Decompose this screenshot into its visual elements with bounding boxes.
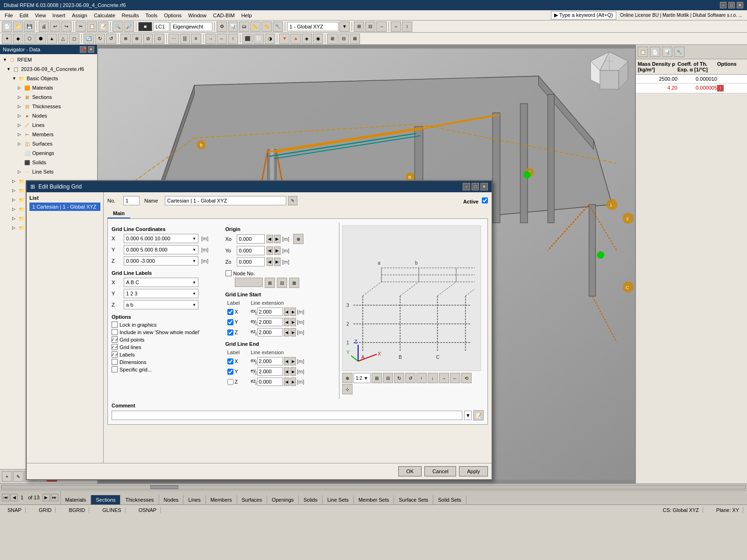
tb-btn-1[interactable]: ✂ xyxy=(76,21,86,32)
tb-btn-16[interactable]: ↔ xyxy=(391,21,401,32)
sx-right[interactable]: ▶ xyxy=(290,308,296,316)
node-no-btn3[interactable]: ⊠ xyxy=(289,278,299,288)
rp-btn-1[interactable]: 📋 xyxy=(638,47,648,57)
zo-input[interactable] xyxy=(237,257,265,266)
tab-lines[interactable]: Lines xyxy=(183,495,205,504)
menu-window[interactable]: Window xyxy=(185,12,209,19)
next-page-btn[interactable]: ▶ xyxy=(42,494,50,501)
cancel-button[interactable]: Cancel xyxy=(424,466,456,476)
prev-btn-3[interactable]: ⊟ xyxy=(383,373,393,383)
prev-btn-11[interactable]: ⊹ xyxy=(342,384,352,394)
tb2-btn-8[interactable]: 🔄 xyxy=(84,34,94,44)
tab-line-sets[interactable]: Line Sets xyxy=(323,495,354,504)
name-edit-btn[interactable]: ✎ xyxy=(288,196,297,205)
tab-member-sets[interactable]: Member Sets xyxy=(354,495,394,504)
comment-input[interactable] xyxy=(112,411,462,420)
tb-btn-9[interactable]: 📐 xyxy=(250,21,261,32)
tb2-btn-30[interactable]: ⊠ xyxy=(350,34,360,44)
prev-btn-4[interactable]: ↻ xyxy=(394,373,404,383)
origin-pick-btn[interactable]: ⊕ xyxy=(293,234,303,244)
end-x-val[interactable] xyxy=(257,357,283,365)
tb-btn-4[interactable]: 🔍 xyxy=(113,21,123,32)
prev-btn-10[interactable]: ⟲ xyxy=(461,373,472,383)
menu-edit[interactable]: Edit xyxy=(17,12,31,19)
tree-thicknesses[interactable]: ▷ ⊟ Thicknesses xyxy=(1,102,96,111)
tb2-btn-20[interactable]: ↑ xyxy=(228,34,238,44)
menu-cad-bim[interactable]: CAD-BIM xyxy=(210,12,237,19)
start-z-val[interactable] xyxy=(257,328,283,336)
tab-members[interactable]: Members xyxy=(206,495,237,504)
menu-insert[interactable]: Insert xyxy=(49,12,68,19)
tab-surface-sets[interactable]: Surface Sets xyxy=(394,495,433,504)
name-input[interactable] xyxy=(165,196,286,205)
yo-left-btn[interactable]: ◀ xyxy=(267,246,273,255)
tb-btn-12[interactable]: ▼ xyxy=(339,21,350,32)
tb-btn-15[interactable]: → xyxy=(376,21,387,32)
tab-thicknesses[interactable]: Thicknesses xyxy=(120,495,159,504)
sx-left[interactable]: ◀ xyxy=(284,308,289,316)
tb-btn-17[interactable]: ↕ xyxy=(402,21,412,32)
prev-btn-6[interactable]: ↑ xyxy=(416,373,427,383)
start-y-val[interactable] xyxy=(257,318,283,326)
tree-rfem[interactable]: ▼ ⬡ RFEM xyxy=(1,55,96,64)
tb2-btn-17[interactable]: ≡ xyxy=(191,34,201,44)
tb2-btn-15[interactable]: ⋯ xyxy=(169,34,179,44)
end-z-val[interactable] xyxy=(257,378,283,386)
tb2-btn-11[interactable]: ⊕ xyxy=(120,34,131,44)
xo-right-btn[interactable]: ▶ xyxy=(274,235,281,243)
tb2-btn-5[interactable]: ▲ xyxy=(47,34,57,44)
rp-btn-3[interactable]: 📊 xyxy=(662,47,672,57)
nav-add-btn[interactable]: + xyxy=(2,471,12,482)
tb2-btn-12[interactable]: ⊗ xyxy=(132,34,142,44)
grid-status[interactable]: GRID xyxy=(35,507,56,513)
h-scrollbar[interactable] xyxy=(0,483,747,490)
labels-cb[interactable]: ✓ xyxy=(112,351,118,357)
ez-left[interactable]: ◀ xyxy=(284,378,289,386)
tree-lines[interactable]: ▷ ／ Lines xyxy=(1,120,96,130)
rp-btn-4[interactable]: 🔧 xyxy=(674,47,684,57)
coord-z-input[interactable]: 0.000 -3.000 ▼ xyxy=(124,256,198,266)
prev-btn-9[interactable]: ← xyxy=(450,373,460,383)
ex-left[interactable]: ◀ xyxy=(284,357,289,365)
print-btn[interactable]: 🖨 xyxy=(39,21,49,32)
tb2-btn-25[interactable]: 🔺 xyxy=(290,34,301,44)
tree-project[interactable]: ▼ 📋 2023-06-09_4_Concrete.rf6 xyxy=(1,64,96,74)
new-btn[interactable]: 📄 xyxy=(2,21,12,32)
tree-openings[interactable]: ⬜ Openings xyxy=(1,148,96,158)
tree-materials[interactable]: ▷ 🟧 Materials xyxy=(1,83,96,92)
rp-btn-2[interactable]: 📄 xyxy=(650,47,660,57)
dimensions-cb[interactable] xyxy=(112,359,118,365)
tb-btn-13[interactable]: ⊞ xyxy=(354,21,364,32)
dialog-close-btn[interactable]: ✕ xyxy=(480,183,488,190)
sy-right[interactable]: ▶ xyxy=(290,318,296,326)
menu-assign[interactable]: Assign xyxy=(69,12,90,19)
yo-input[interactable] xyxy=(237,246,265,255)
tb2-btn-27[interactable]: ◉ xyxy=(313,34,323,44)
bgrid-status[interactable]: BGRID xyxy=(65,507,89,513)
tb-btn-2[interactable]: 📋 xyxy=(87,21,97,32)
tb2-btn-28[interactable]: ⊞ xyxy=(327,34,338,44)
tb2-btn-16[interactable]: ||| xyxy=(180,34,190,44)
node-no-btn2[interactable]: ⊟ xyxy=(277,278,287,288)
last-page-btn[interactable]: ⏭ xyxy=(51,494,58,501)
tab-nodes[interactable]: Nodes xyxy=(159,495,184,504)
ok-button[interactable]: OK xyxy=(398,466,422,476)
sy-left[interactable]: ◀ xyxy=(284,318,289,326)
maximize-btn[interactable]: □ xyxy=(728,2,735,8)
tb2-btn-13[interactable]: ⊘ xyxy=(143,34,153,44)
prev-btn-2[interactable]: ⊞ xyxy=(372,373,382,383)
tb2-btn-29[interactable]: ⊟ xyxy=(338,34,349,44)
start-x-cb[interactable] xyxy=(227,309,233,315)
tab-surfaces[interactable]: Surfaces xyxy=(237,495,267,504)
node-no-btn1[interactable]: ⊞ xyxy=(265,278,275,288)
tb-btn-3[interactable]: 📝 xyxy=(98,21,108,32)
nav-cube[interactable] xyxy=(588,49,630,91)
nav-pin-btn[interactable]: 📌 xyxy=(80,46,86,53)
node-no-input[interactable] xyxy=(235,278,263,287)
tb-btn-8[interactable]: 🗂 xyxy=(239,21,249,32)
tb2-btn-24[interactable]: 🔻 xyxy=(279,34,289,44)
tb2-btn-14[interactable]: ⊙ xyxy=(154,34,164,44)
coord-y-input[interactable]: 0.000 5.000 8.000 ▼ xyxy=(124,245,198,254)
redo-btn[interactable]: ↪ xyxy=(61,21,71,32)
tb2-btn-10[interactable]: ↺ xyxy=(106,34,116,44)
